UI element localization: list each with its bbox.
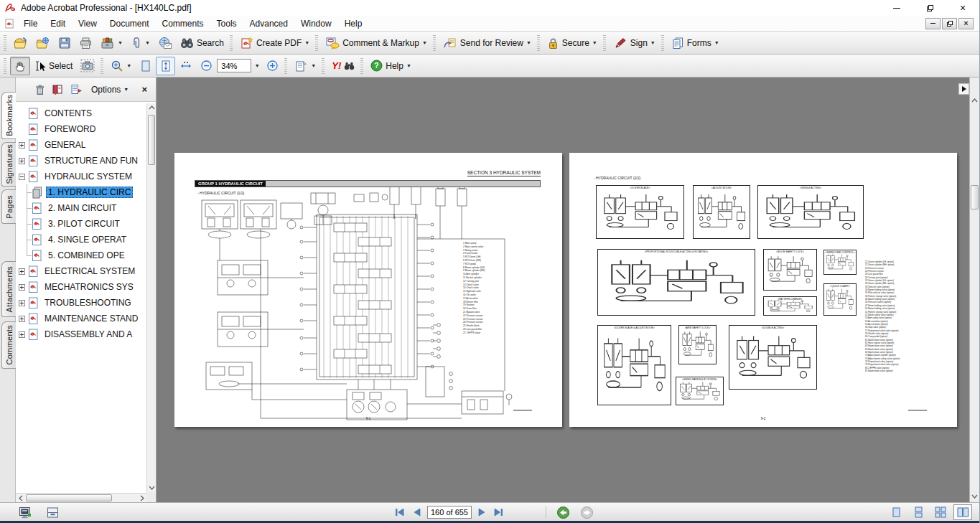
document-scrollbar-thumb[interactable] [971,185,979,209]
attach-button[interactable]: ▼ [127,34,154,52]
previous-view-button[interactable] [555,504,571,520]
yahoo-search-button[interactable]: Y! [328,57,358,75]
minimize-button[interactable] [880,0,913,16]
comment-markup-button[interactable]: Comment & Markup ▼ [322,34,431,52]
hand-tool-button[interactable] [10,57,30,75]
previous-page-button[interactable] [411,504,422,520]
menu-window[interactable]: Window [294,17,338,31]
menu-advanced[interactable]: Advanced [243,17,294,31]
forms-button[interactable]: Forms ▼ [668,34,723,52]
menu-document[interactable]: Document [103,17,156,31]
next-page-button[interactable] [477,504,487,520]
document-scrollbar[interactable] [969,77,979,502]
menu-view[interactable]: View [72,17,103,31]
close-button[interactable]: × [946,0,979,16]
doc-restore-button[interactable] [942,18,957,29]
expander-plus[interactable] [19,158,25,164]
open-web-button[interactable] [32,34,54,52]
doc-scroll-up-icon[interactable] [970,96,979,105]
scroll-up-icon[interactable] [147,103,157,112]
continuous-button[interactable] [909,504,928,520]
bookmark-item-single-operation[interactable]: 4. SINGLE OPERAT [16,232,146,248]
save-button[interactable] [55,34,75,52]
menu-tools[interactable]: Tools [210,17,243,31]
select-tool-button[interactable]: Select [31,57,76,75]
sign-button[interactable]: Sign ▼ [610,34,659,52]
menu-help[interactable]: Help [338,17,369,31]
bookmark-item-hydraulic-circuit[interactable]: 1. HYDRAULIC CIRC [16,184,146,200]
expander-plus[interactable] [19,284,25,291]
zoom-dropdown-button[interactable]: ▼ [252,57,262,75]
restore-button[interactable] [913,0,946,16]
scroll-down-icon[interactable] [147,484,157,492]
zoom-out-button[interactable] [197,57,216,75]
expander-minus[interactable] [19,174,25,180]
doc-close-button[interactable]: × [958,18,974,29]
help-button[interactable]: ? Help ▼ [367,57,415,75]
open-button[interactable] [10,34,32,52]
print-button[interactable] [75,34,96,52]
bookmark-item-combined-operation[interactable]: 5. COMBINED OPE [16,248,146,263]
tab-comments[interactable]: Comments [1,321,16,369]
tray-button[interactable] [45,504,60,520]
options-menu-button[interactable]: Options ▼ [89,83,131,96]
bookmarks-vertical-scrollbar[interactable] [146,103,156,492]
expander-plus[interactable] [19,300,25,306]
search-button[interactable]: Search [177,34,228,52]
secure-button[interactable]: Secure ▼ [543,34,601,52]
bookmark-item-maintenance[interactable]: MAINTENANCE STAND [16,311,146,326]
page-number-input[interactable] [427,506,472,519]
tab-pages[interactable]: Pages [1,189,16,224]
fit-page-button[interactable] [156,57,175,75]
tab-signatures[interactable]: Signatures [1,142,16,187]
page-display-button[interactable]: ▼ [291,57,319,75]
continuous-facing-button[interactable] [931,504,950,520]
bookmark-item-disassembly[interactable]: DISASSEMBLY AND A [16,326,146,342]
new-bookmark-icon[interactable] [70,84,83,95]
bookmark-item-contents[interactable]: CONTENTS [16,105,146,121]
bookmark-item-troubleshooting[interactable]: TROUBLESHOOTING [16,295,146,311]
fit-width-button[interactable] [176,57,196,75]
bookmarks-scrollbar-thumb[interactable] [148,115,155,165]
last-page-button[interactable] [493,504,505,520]
snapshot-button[interactable] [77,57,98,75]
facing-pages-button[interactable] [953,504,972,520]
bookmark-item-electrical[interactable]: ELECTRICAL SYSTEM [16,263,146,279]
expander-plus[interactable] [19,331,25,338]
tab-attachments[interactable]: Attachments [1,261,16,317]
bookmark-item-general[interactable]: GENERAL [16,137,146,153]
expander-plus[interactable] [19,316,25,322]
zoom-in-button[interactable] [263,57,282,75]
bookmark-item-hydraulic[interactable]: HYDRAULIC SYSTEM [16,169,146,184]
expander-plus[interactable] [19,268,25,275]
bookmarks-hscrollbar-thumb[interactable] [26,494,112,501]
panel-toggle-button[interactable] [958,83,969,95]
menu-file[interactable]: File [17,17,44,31]
doc-minimize-button[interactable] [925,18,941,29]
bookmark-item-mechatronics[interactable]: MECHATRONICS SYS [16,279,146,295]
single-page-button[interactable] [887,504,905,520]
doc-scroll-down-icon[interactable] [970,492,979,501]
bookmark-item-foreword[interactable]: FOREWORD [16,121,146,137]
bookmark-item-structure[interactable]: STRUCTURE AND FUN [16,153,146,169]
close-panel-button[interactable]: × [139,84,150,95]
expand-current-bookmark-icon[interactable] [52,84,64,95]
expander-plus[interactable] [19,142,25,149]
send-review-button[interactable]: Send for Review ▼ [439,34,535,52]
create-pdf-button[interactable]: Create PDF ▼ [236,34,313,52]
next-view-button[interactable] [579,504,595,520]
scroll-left-icon[interactable] [16,494,25,502]
bookmarks-horizontal-scrollbar[interactable] [16,493,146,502]
tab-bookmarks[interactable]: Bookmarks [1,92,17,139]
menu-edit[interactable]: Edit [44,17,72,31]
bookmark-item-pilot-circuit[interactable]: 3. PILOT CIRCUIT [16,216,146,232]
email-button[interactable] [154,34,176,52]
first-page-button[interactable] [393,504,406,520]
organizer-button[interactable]: ▼ [97,34,126,52]
bookmark-item-main-circuit[interactable]: 2. MAIN CIRCUIT [16,200,146,216]
scroll-right-icon[interactable] [137,494,146,502]
zoom-tool-button[interactable]: ▼ [107,57,135,75]
menu-comments[interactable]: Comments [156,17,210,31]
delete-bookmark-trash-icon[interactable] [34,84,45,95]
actual-size-button[interactable] [136,57,155,75]
